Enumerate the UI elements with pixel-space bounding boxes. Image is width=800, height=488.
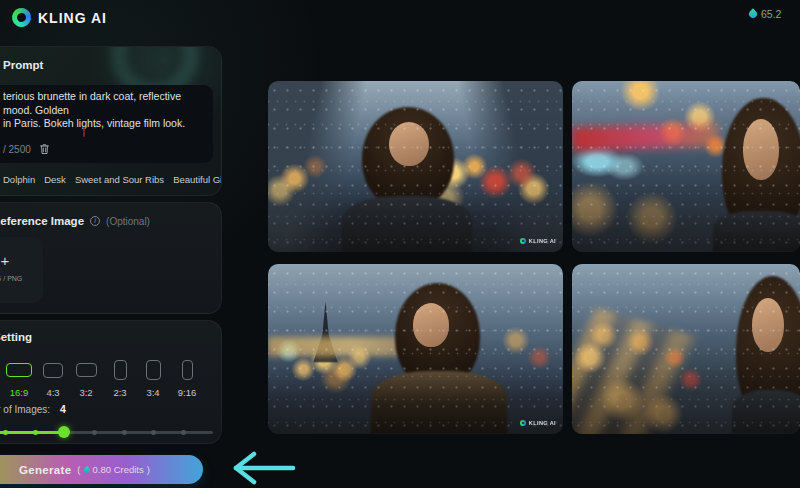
cost-paren-open: ( (77, 464, 80, 475)
tag-chip[interactable]: Beautiful Girl (173, 174, 222, 185)
ratio-label: 9:16 (170, 387, 204, 398)
cost-value: 0.80 Credits (93, 464, 144, 475)
optional-label: (Optional) (106, 216, 150, 227)
upload-format-label: JPG / PNG (0, 275, 43, 282)
generate-label: Generate (19, 464, 71, 476)
kling-logo[interactable]: KLING AI (12, 8, 107, 27)
ratio-shape-icon (146, 360, 161, 380)
credits-value: 65.2 (761, 8, 781, 20)
credits-badge[interactable]: 65.2 (749, 8, 781, 20)
ratio-label: 3:4 (136, 387, 170, 398)
ratio-shape-icon (43, 363, 63, 378)
settings-title: Setting (0, 331, 32, 343)
annotation-arrow (227, 449, 301, 487)
slider-knob[interactable] (58, 426, 70, 438)
tag-chip[interactable]: Sweet and Sour Ribs (75, 174, 164, 185)
images-slider[interactable] (0, 425, 213, 439)
clear-prompt-button[interactable] (39, 143, 50, 155)
ratio-option-9-16[interactable]: 9:16 (170, 359, 204, 398)
ratio-option-4-3[interactable]: 4:3 (36, 359, 70, 398)
kling-watermark-icon (520, 238, 526, 244)
ratio-label: 3:2 (69, 387, 103, 398)
figure-coat (713, 211, 800, 252)
kling-watermark-icon (520, 420, 526, 426)
figure-face (743, 119, 779, 181)
kling-watermark-text: KLING AI (529, 238, 556, 244)
slider-tick (151, 430, 156, 435)
cost-paren-close: ) (147, 464, 150, 475)
kling-logo-text: KLING AI (38, 10, 107, 26)
ratio-option-3-4[interactable]: 3:4 (136, 359, 170, 398)
ratio-label: 4:3 (36, 387, 70, 398)
settings-panel: Setting 16:9 4:3 3:2 2:3 3:4 9:16 Number… (0, 320, 222, 444)
slider-tick (122, 430, 127, 435)
generated-image-2[interactable] (572, 81, 800, 252)
prompt-text-line: in Paris. Bokeh lights, vintage film loo… (3, 117, 203, 131)
text-cursor (83, 127, 85, 137)
ratio-shape-icon (6, 363, 32, 377)
prompt-title: Prompt (3, 59, 43, 71)
plus-icon: + (0, 253, 43, 268)
ratio-option-3-2[interactable]: 3:2 (69, 359, 103, 398)
info-icon[interactable]: i (90, 216, 100, 226)
kling-logo-icon (10, 6, 33, 29)
generated-image-4[interactable] (572, 264, 800, 434)
ratio-label: 2:3 (103, 387, 137, 398)
ratio-shape-icon (114, 360, 127, 380)
slider-tick (181, 430, 186, 435)
figure-face (389, 122, 429, 166)
prompt-suggestions: Dolphin Desk Sweet and Sour Ribs Beautif… (3, 173, 211, 186)
ratio-shape-icon (182, 360, 193, 380)
slider-tick (92, 430, 97, 435)
generated-image-3[interactable]: KLING AI (268, 264, 563, 434)
golden-street-lights (572, 303, 751, 434)
figure-coat (342, 196, 472, 252)
num-images-label: Number of Images: (0, 404, 50, 415)
char-counter: / 2500 (3, 144, 31, 155)
reference-title: Reference Image (0, 215, 84, 227)
tag-chip[interactable]: Desk (44, 174, 66, 185)
prompt-text: terious brunette in dark coat, reflectiv… (3, 90, 203, 131)
figure-coat (371, 371, 507, 434)
prompt-panel: Prompt terious brunette in dark coat, re… (0, 46, 222, 196)
generate-cost: ( 0.80 Credits ) (77, 464, 150, 475)
num-images-value: 4 (60, 403, 66, 415)
ratio-label: 16:9 (2, 387, 36, 398)
upload-dropzone[interactable]: + JPG / PNG (0, 237, 43, 303)
slider-tick (33, 430, 38, 435)
trash-icon (39, 143, 50, 155)
kling-watermark: KLING AI (520, 420, 556, 426)
figure-coat (732, 390, 800, 434)
water-drop-icon (747, 8, 758, 19)
ratio-shape-icon (76, 363, 97, 377)
prompt-text-line: terious brunette in dark coat, reflectiv… (3, 90, 203, 117)
kling-ai-app: KLING AI 65.2 Prompt terious brunette in… (0, 0, 800, 488)
slider-tick (3, 430, 8, 435)
generate-button[interactable]: Generate ( 0.80 Credits ) (0, 455, 203, 484)
slider-fill (0, 431, 64, 434)
kling-watermark: KLING AI (520, 238, 556, 244)
water-drop-icon (82, 465, 90, 473)
figure-face (752, 298, 784, 352)
tag-chip[interactable]: Dolphin (3, 174, 35, 185)
ratio-option-16-9[interactable]: 16:9 (2, 359, 36, 398)
prompt-textarea[interactable]: terious brunette in dark coat, reflectiv… (0, 85, 213, 163)
kling-watermark-text: KLING AI (529, 420, 556, 426)
ratio-option-2-3[interactable]: 2:3 (103, 359, 137, 398)
figure-face (413, 303, 450, 347)
generated-image-1[interactable]: KLING AI (268, 81, 563, 252)
reference-image-panel: Reference Image i (Optional) + JPG / PNG (0, 202, 222, 314)
red-awning (572, 123, 718, 152)
